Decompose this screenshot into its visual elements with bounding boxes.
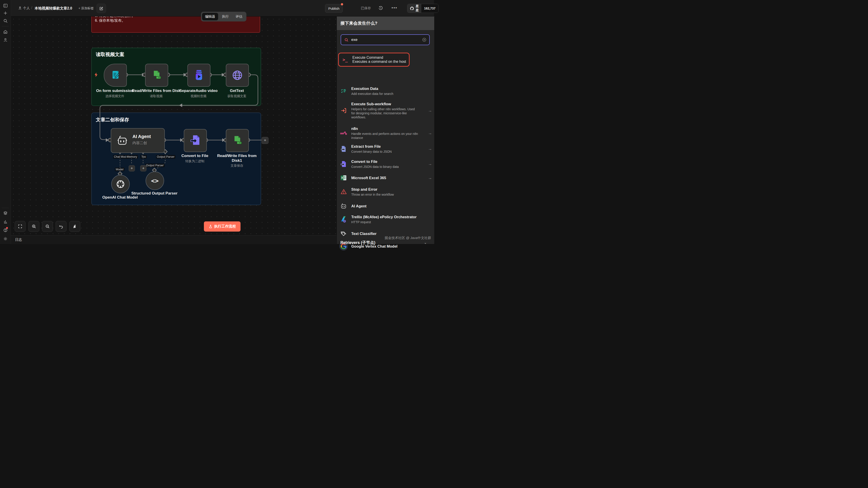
robot-icon [117, 135, 128, 146]
node-read-write-files[interactable] [145, 64, 168, 87]
chevron-down-icon: ⌄ [424, 240, 427, 244]
convert-file-icon [190, 135, 200, 146]
github-icon [410, 6, 414, 11]
node-structured-output-parser[interactable]: <> [146, 171, 164, 190]
node-item-extract-from-file[interactable]: Extract from File Convert binary data to… [339, 144, 432, 154]
node-item-ai-agent[interactable]: AI Agent [339, 203, 432, 209]
tab-executions[interactable]: 执行 [219, 13, 232, 20]
more-menu-icon[interactable]: ••• [392, 5, 397, 10]
trigger-lightning-icon [94, 72, 98, 77]
home-icon[interactable] [3, 29, 8, 34]
node-on-form-submission[interactable] [104, 64, 127, 87]
robot-icon [339, 203, 348, 209]
trellix-icon [339, 216, 348, 223]
add-node-plus-button[interactable]: + [261, 137, 269, 144]
add-memory-plus-button[interactable]: + [129, 165, 135, 171]
view-tabs: 编辑器 执行 评估 [201, 12, 246, 22]
github-stars-count: 162,737 [421, 4, 434, 13]
history-icon[interactable] [378, 6, 383, 10]
node-item-n8n[interactable]: n8n Handle events and perform actions on… [339, 126, 432, 140]
node-label: GetText获取视频文案 [212, 89, 262, 98]
svg-text:X: X [341, 176, 343, 180]
community-watermark: 掘金技术社区 @ Java中文社群 [385, 236, 431, 240]
node-title: AI Agent [132, 134, 151, 139]
expand-arrow-icon[interactable]: → [428, 147, 432, 151]
node-item-execution-data[interactable]: Execution Data Add execution data for se… [339, 86, 432, 96]
person-icon [18, 6, 22, 10]
help-badge-dot [6, 227, 8, 229]
expand-arrow-icon[interactable]: → [428, 175, 432, 180]
node-item-execute-command[interactable]: >_ Execute Command Executes a command on… [338, 53, 410, 67]
zoom-out-button[interactable] [42, 221, 53, 232]
left-rail [0, 0, 11, 244]
sub-workflow-icon [339, 107, 348, 113]
github-stars-widget[interactable]: 星星 162,737 [407, 4, 434, 13]
node-item-convert-to-file[interactable]: Convert to File Convert JSON data to bin… [339, 159, 432, 169]
output-parser-chip: Output Parser [145, 164, 164, 167]
node-item-execute-sub-workflow[interactable]: Execute Sub-workflow Helpers for calling… [339, 102, 432, 119]
clear-search-icon[interactable] [422, 37, 427, 42]
workflow-title[interactable]: 本地视频转爆款文章2.0 [35, 6, 72, 11]
node-read-write-files-disk1[interactable] [226, 129, 249, 152]
tidy-up-button[interactable] [69, 221, 80, 232]
fit-view-button[interactable] [15, 221, 26, 232]
sidebar-toggle-icon[interactable] [3, 3, 8, 8]
node-item-title: Execute Command [352, 56, 406, 60]
extract-file-icon [339, 146, 348, 152]
checklist-icon [339, 88, 348, 94]
audio-video-icon [194, 70, 204, 80]
help-icon[interactable] [3, 228, 8, 233]
node-separate-audio-video[interactable] [187, 64, 211, 87]
insights-icon[interactable] [3, 219, 8, 224]
panel-header: 接下来会发生什么? [337, 16, 434, 30]
breadcrumb-project[interactable]: 个人 [23, 6, 30, 10]
user-icon[interactable] [3, 37, 8, 42]
zoom-in-button[interactable] [29, 221, 39, 232]
openai-icon [116, 180, 125, 189]
tab-evaluations[interactable]: 评估 [232, 13, 245, 20]
excel-icon: X [339, 175, 348, 181]
search-input[interactable] [351, 37, 420, 42]
templates-icon[interactable] [3, 210, 8, 216]
terminal-icon: >_ [341, 57, 350, 62]
node-ai-agent[interactable]: AI Agent 内容二创 [111, 128, 165, 153]
node-item-stop-and-error[interactable]: Stop and Error Throw an error in the wor… [339, 187, 432, 197]
run-workflow-button[interactable]: 执行工作流程 [204, 221, 241, 232]
port-label-tool: Too [141, 155, 147, 159]
tab-editor[interactable]: 编辑器 [202, 13, 218, 20]
logs-label: 日志 [15, 238, 22, 242]
undo-button[interactable] [56, 221, 66, 232]
unpublished-dot [341, 3, 343, 5]
node-search-box[interactable] [341, 34, 430, 45]
publish-button[interactable]: Publish [325, 4, 343, 13]
github-stars-label: 星星 [416, 4, 419, 12]
node-item-microsoft-excel[interactable]: X Microsoft Excel 365 → [339, 175, 432, 181]
rail-divider [2, 208, 9, 208]
edit-note-icon[interactable] [96, 4, 106, 13]
file-disk-icon [232, 135, 243, 145]
code-brackets-icon: <> [151, 177, 159, 185]
tags-icon [339, 231, 348, 236]
panel-header-title: 接下来会发生什么? [340, 20, 377, 26]
add-tag-button[interactable]: + 添加标签 [79, 6, 94, 10]
port-label-memory: Memory [126, 155, 138, 159]
run-workflow-label: 执行工作流程 [214, 224, 236, 229]
settings-gear-icon[interactable] [3, 236, 8, 241]
flask-icon [209, 225, 213, 228]
node-picker-panel: 接下来会发生什么? >_ Execute Command Executes a … [337, 16, 434, 244]
add-workflow-icon[interactable] [3, 11, 8, 15]
expand-arrow-icon[interactable]: → [428, 131, 432, 135]
node-item-trellix[interactable]: Trellix (McAfee) ePolicy Orchestrator HT… [339, 215, 432, 224]
logs-bar[interactable]: 日志 [11, 235, 337, 244]
search-icon[interactable] [3, 18, 8, 23]
retrievers-section-header[interactable]: Retrievers (子节点) ⌄ [340, 240, 431, 244]
node-openai-chat-model[interactable] [111, 175, 130, 193]
node-gettext[interactable] [226, 64, 249, 87]
error-triangle-icon [339, 189, 348, 195]
expand-arrow-icon[interactable]: → [428, 162, 432, 166]
model-chip: Model [115, 168, 124, 171]
expand-arrow-icon[interactable]: → [428, 108, 432, 113]
node-convert-to-file[interactable] [184, 129, 207, 152]
add-tool-plus-button[interactable]: + [140, 165, 147, 171]
node-item-text-classifier[interactable]: Text Classifier [339, 231, 432, 236]
